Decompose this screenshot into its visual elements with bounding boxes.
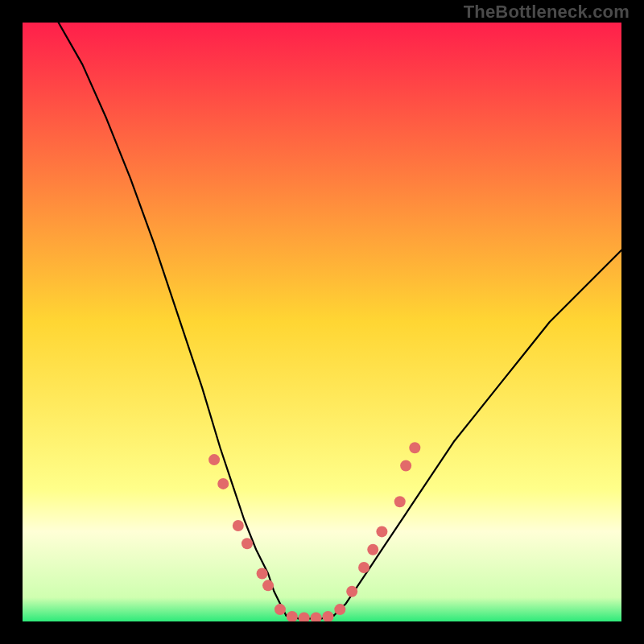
data-marker: [394, 496, 406, 507]
data-marker: [262, 580, 274, 591]
data-marker: [257, 568, 268, 579]
data-marker: [358, 562, 369, 573]
data-marker: [367, 544, 378, 555]
data-marker: [334, 604, 345, 615]
data-marker: [242, 538, 253, 549]
data-marker: [208, 454, 220, 465]
chart-frame: TheBottleneck.com: [0, 0, 644, 644]
chart-plot-area: [23, 23, 621, 621]
data-marker: [376, 526, 387, 537]
chart-background: [23, 23, 621, 621]
data-marker: [217, 478, 229, 489]
chart-svg: [23, 23, 621, 621]
data-marker: [275, 604, 286, 615]
data-marker: [400, 460, 411, 472]
data-marker: [346, 586, 357, 597]
data-marker: [409, 442, 420, 453]
data-marker: [233, 520, 244, 531]
watermark-text: TheBottleneck.com: [464, 2, 630, 23]
